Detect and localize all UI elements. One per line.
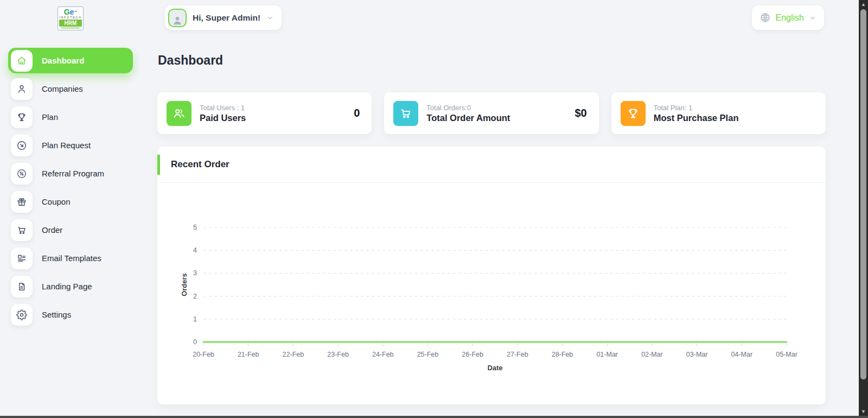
sidebar-item-label: Plan xyxy=(42,112,58,122)
main-content: Hi, Super Admin! English Dashboard Total… xyxy=(157,0,826,416)
sidebar-item-label: Coupon xyxy=(42,197,71,206)
sidebar-item-coupon[interactable]: Coupon xyxy=(8,189,133,214)
sidebar-item-landing-page[interactable]: Landing Page xyxy=(8,274,133,299)
stat-subtitle: Total Plan: 1 xyxy=(654,103,739,112)
accent-bar xyxy=(157,155,160,175)
svg-text:01-Mar: 01-Mar xyxy=(596,351,618,358)
scroll-down-arrow-icon[interactable]: ▼ xyxy=(859,408,868,415)
svg-text:23-Feb: 23-Feb xyxy=(327,351,349,358)
scrollbar-thumb[interactable] xyxy=(860,9,866,379)
recent-order-card: Recent Order 01234520-Feb21-Feb22-Feb23-… xyxy=(157,147,826,404)
sidebar-menu: DashboardCompaniesPlanPlan RequestReferr… xyxy=(0,48,141,327)
arrow-circle-icon xyxy=(11,135,33,156)
sidebar-item-label: Order xyxy=(42,225,62,235)
sidebar-item-email-templates[interactable]: Email Templates xyxy=(8,245,133,271)
sidebar-item-companies[interactable]: Companies xyxy=(8,76,133,102)
user-menu-button[interactable]: Hi, Super Admin! xyxy=(165,5,282,30)
svg-text:25-Feb: 25-Feb xyxy=(417,351,439,358)
orders-chart: 01234520-Feb21-Feb22-Feb23-Feb24-Feb25-F… xyxy=(157,183,826,404)
trophy-icon xyxy=(621,101,646,126)
svg-text:5: 5 xyxy=(193,224,197,231)
svg-text:26-Feb: 26-Feb xyxy=(462,351,483,358)
svg-text:27-Feb: 27-Feb xyxy=(507,351,528,358)
svg-text:Date: Date xyxy=(487,364,502,372)
cart-icon xyxy=(393,101,418,126)
vertical-scrollbar[interactable]: ▲ ▼ xyxy=(859,0,868,416)
recent-order-header: Recent Order xyxy=(157,147,826,183)
user-icon xyxy=(11,78,33,100)
window-bottom-edge xyxy=(0,416,868,418)
chevron-down-icon xyxy=(809,14,816,22)
sidebar-item-label: Referral Program xyxy=(42,169,104,178)
svg-text:20-Feb: 20-Feb xyxy=(193,351,214,358)
brand-logo[interactable]: Ge™ INFOTECH HRM xyxy=(58,7,84,30)
svg-text:24-Feb: 24-Feb xyxy=(372,351,394,358)
sidebar-item-label: Dashboard xyxy=(42,56,84,65)
avatar xyxy=(168,9,187,27)
stat-subtitle: Total Users : 1 xyxy=(200,103,246,112)
recent-order-title: Recent Order xyxy=(171,159,229,170)
orders-chart-svg: 01234520-Feb21-Feb22-Feb23-Feb24-Feb25-F… xyxy=(157,183,826,404)
user-greeting: Hi, Super Admin! xyxy=(193,13,260,23)
gift-icon xyxy=(11,191,33,213)
stat-card-most-purchase-plan: Total Plan: 1Most Purchase Plan xyxy=(611,92,826,134)
svg-text:22-Feb: 22-Feb xyxy=(283,351,304,358)
stat-cards-row: Total Users : 1Paid Users0Total Orders:0… xyxy=(157,92,826,134)
language-label: English xyxy=(776,13,804,23)
scroll-up-arrow-icon[interactable]: ▲ xyxy=(859,1,868,8)
stat-title: Most Purchase Plan xyxy=(654,112,739,124)
svg-text:03-Mar: 03-Mar xyxy=(686,351,708,358)
cart-icon xyxy=(11,219,33,241)
sidebar-item-label: Settings xyxy=(42,310,71,319)
sidebar-item-label: Landing Page xyxy=(42,282,92,291)
scroll-icon xyxy=(11,276,33,297)
brand-mark: Ge™ xyxy=(59,8,82,16)
sidebar-item-referral-program[interactable]: Referral Program xyxy=(8,161,133,186)
sidebar-item-dashboard[interactable]: Dashboard xyxy=(8,48,133,73)
svg-text:0: 0 xyxy=(193,338,197,346)
svg-text:04-Mar: 04-Mar xyxy=(731,351,753,358)
stat-subtitle: Total Orders:0 xyxy=(426,103,510,112)
svg-text:4: 4 xyxy=(193,246,197,254)
svg-text:28-Feb: 28-Feb xyxy=(552,351,573,358)
home-icon xyxy=(11,50,33,72)
stat-title: Paid Users xyxy=(200,112,246,124)
stat-value: 0 xyxy=(354,107,360,119)
stat-title: Total Order Amount xyxy=(426,112,510,124)
users-icon xyxy=(167,101,192,126)
gear-icon xyxy=(11,304,33,326)
sidebar-item-settings[interactable]: Settings xyxy=(8,302,133,327)
sidebar-item-label: Plan Request xyxy=(42,141,91,150)
svg-text:1: 1 xyxy=(193,315,197,323)
sidebar-item-plan-request[interactable]: Plan Request xyxy=(8,132,133,158)
stat-card-total-order-amount: Total Orders:0Total Order Amount$0 xyxy=(384,92,598,134)
svg-text:2: 2 xyxy=(193,293,197,300)
sidebar-item-order[interactable]: Order xyxy=(8,217,133,243)
page-title: Dashboard xyxy=(158,53,223,68)
trophy-icon xyxy=(11,106,33,128)
svg-text:05-Mar: 05-Mar xyxy=(776,351,797,358)
sidebar-item-label: Companies xyxy=(42,84,83,93)
person-icon xyxy=(171,14,183,26)
svg-text:21-Feb: 21-Feb xyxy=(238,351,259,358)
layout-icon xyxy=(11,248,33,269)
brand-infotech: INFOTECH xyxy=(59,16,82,19)
chevron-down-icon xyxy=(266,14,274,22)
language-selector[interactable]: English xyxy=(752,5,824,30)
percent-badge-icon xyxy=(11,163,33,185)
brand-hrm: HRM xyxy=(59,20,82,27)
stat-card-paid-users: Total Users : 1Paid Users0 xyxy=(157,92,372,134)
svg-text:02-Mar: 02-Mar xyxy=(641,351,663,358)
brand-tagline xyxy=(61,27,80,29)
svg-text:Orders: Orders xyxy=(180,273,188,296)
stat-value: $0 xyxy=(575,107,586,119)
sidebar-item-label: Email Templates xyxy=(42,254,101,263)
svg-text:3: 3 xyxy=(193,269,197,277)
sidebar-item-plan[interactable]: Plan xyxy=(8,104,133,130)
globe-icon xyxy=(760,12,771,23)
sidebar: Ge™ INFOTECH HRM DashboardCompaniesPlanP… xyxy=(0,0,141,416)
